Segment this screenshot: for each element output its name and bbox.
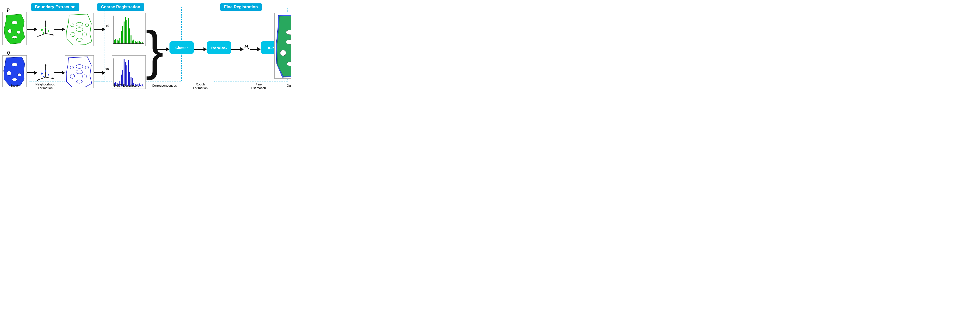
svg-point-18 — [45, 27, 46, 28]
svg-point-40 — [76, 70, 83, 74]
svg-point-37 — [85, 24, 89, 27]
svg-rect-76 — [124, 59, 124, 86]
green-pc-svg — [3, 13, 26, 44]
diagram-container: Boundary Extraction Coarse Registration … — [0, 0, 291, 94]
svg-rect-53 — [124, 22, 124, 44]
svg-marker-30 — [67, 14, 92, 45]
svg-point-42 — [82, 75, 87, 78]
arrow-mc-to-icp — [250, 47, 261, 51]
svg-line-12 — [38, 33, 46, 37]
svg-point-19 — [43, 32, 45, 34]
svg-rect-55 — [126, 21, 127, 44]
svg-rect-58 — [130, 35, 132, 43]
svg-rect-52 — [122, 26, 123, 44]
svg-marker-0 — [4, 14, 25, 44]
svg-point-9 — [12, 78, 17, 81]
svg-rect-64 — [139, 41, 140, 44]
boundary-green — [65, 13, 94, 46]
nx-label-top: n× — [104, 24, 109, 28]
svg-rect-48 — [116, 40, 118, 43]
svg-point-27 — [48, 74, 49, 75]
svg-rect-46 — [114, 40, 115, 43]
shot-chart-green — [112, 13, 146, 46]
svg-rect-51 — [121, 31, 122, 44]
fine-label: Fine Registration — [224, 5, 258, 9]
nx-label-bottom: n× — [104, 67, 109, 71]
svg-point-43 — [76, 80, 82, 83]
caption-rough: Rough Estimation — [185, 83, 216, 90]
svg-marker-23 — [37, 79, 39, 81]
arrow-shot-to-cluster — [154, 47, 170, 51]
svg-rect-63 — [137, 41, 138, 44]
svg-point-6 — [12, 63, 18, 66]
svg-line-14 — [46, 33, 53, 35]
arrow-nbhd-to-boundary-top — [54, 27, 65, 31]
svg-point-28 — [45, 70, 46, 72]
svg-rect-47 — [115, 39, 116, 43]
svg-marker-13 — [37, 35, 39, 37]
caption-fine-est: Fine Estimation — [243, 83, 274, 90]
arrow-boundary-to-shot-bottom — [94, 71, 105, 75]
svg-point-7 — [7, 71, 11, 75]
svg-rect-59 — [132, 41, 133, 43]
svg-rect-78 — [126, 65, 127, 86]
svg-marker-38 — [66, 57, 92, 87]
cluster-label: Cluster — [175, 46, 188, 50]
svg-rect-79 — [128, 60, 129, 86]
caption-output: Output — [277, 84, 291, 87]
svg-point-39 — [76, 65, 83, 68]
svg-point-3 — [17, 31, 21, 34]
svg-point-8 — [18, 73, 21, 76]
svg-rect-65 — [140, 42, 141, 44]
q-label: Q — [7, 51, 10, 56]
ransac-button[interactable]: RANSAC — [207, 41, 231, 54]
arrow-cluster-to-ransac — [194, 47, 207, 51]
boundary-header: Boundary Extraction — [31, 3, 80, 11]
svg-rect-60 — [133, 40, 134, 43]
svg-point-34 — [82, 33, 87, 36]
arrow-p-to-nbhd — [27, 27, 37, 31]
svg-rect-62 — [136, 42, 137, 44]
svg-rect-56 — [128, 18, 129, 43]
caption-correspondences: Correspondences — [149, 84, 180, 87]
svg-marker-25 — [52, 78, 54, 79]
caption-neighborhood: Neighborhood Estimation — [33, 83, 58, 90]
svg-point-45 — [85, 66, 89, 69]
ransac-label: RANSAC — [211, 46, 227, 50]
arrow-nbhd-to-boundary-bottom — [54, 71, 65, 75]
svg-point-2 — [8, 29, 12, 33]
boundary-blue — [65, 56, 94, 88]
svg-point-41 — [70, 74, 75, 78]
svg-point-44 — [70, 66, 73, 69]
boundary-label: Boundary Extraction — [35, 5, 75, 9]
svg-marker-93 — [277, 16, 291, 76]
caption-input: Input — [0, 84, 29, 87]
svg-point-35 — [76, 38, 82, 41]
svg-point-31 — [76, 22, 83, 26]
svg-rect-57 — [129, 29, 130, 43]
svg-point-17 — [48, 30, 49, 32]
svg-point-29 — [43, 76, 45, 78]
output-box — [274, 13, 291, 79]
svg-point-33 — [71, 32, 75, 37]
svg-rect-66 — [142, 42, 143, 44]
icp-label: ICP — [268, 46, 274, 50]
coarse-header: Coarse Registration — [97, 3, 144, 11]
svg-point-36 — [71, 24, 74, 27]
caption-shot: SHOT Descriptors — [107, 84, 146, 87]
svg-point-26 — [41, 73, 43, 75]
green-pointcloud — [2, 12, 27, 45]
svg-line-22 — [38, 77, 46, 80]
svg-marker-21 — [45, 64, 47, 66]
neighborhood-axes-bottom — [37, 63, 55, 81]
blue-pointcloud — [2, 56, 27, 87]
cluster-button[interactable]: Cluster — [170, 41, 194, 54]
svg-point-1 — [12, 21, 18, 24]
svg-line-24 — [46, 77, 53, 79]
svg-rect-49 — [118, 41, 119, 43]
svg-point-16 — [41, 29, 43, 31]
coarse-label: Coarse Registration — [101, 5, 140, 9]
arrow-boundary-to-shot-top — [94, 27, 105, 31]
svg-marker-15 — [52, 34, 54, 36]
svg-point-32 — [76, 28, 83, 32]
